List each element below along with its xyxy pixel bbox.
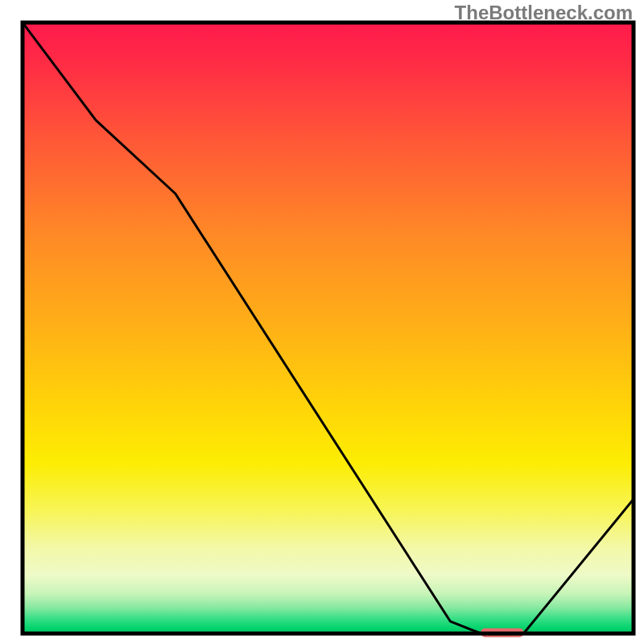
chart-stage: TheBottleneck.com bbox=[0, 0, 644, 644]
watermark-text: TheBottleneck.com bbox=[455, 2, 633, 24]
gradient-background bbox=[23, 23, 634, 634]
bottleneck-chart bbox=[0, 0, 644, 644]
